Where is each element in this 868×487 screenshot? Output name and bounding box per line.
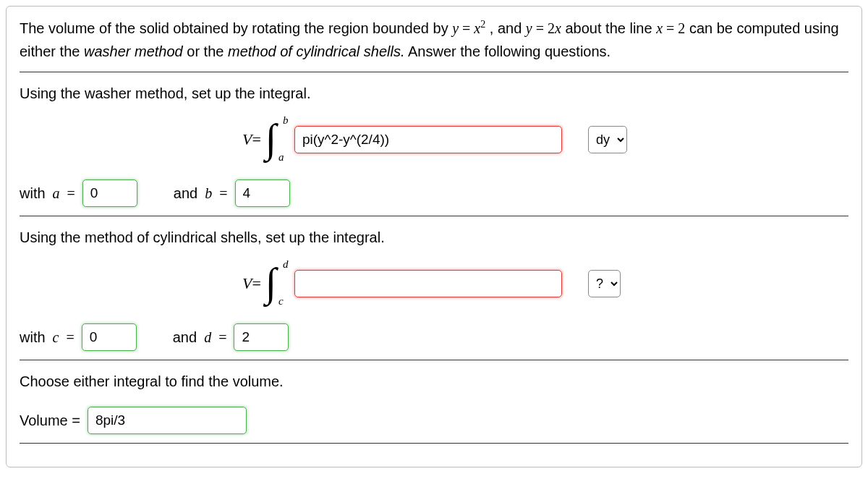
math-var: y [526,20,532,36]
text: with [20,329,46,346]
equals: = [66,329,74,346]
divider [20,443,848,444]
divider [20,360,848,360]
math-num: 2 [548,20,555,36]
volume-row: Volume = [20,407,848,434]
text: The volume of the solid obtained by rota… [20,20,452,36]
text: about the line [565,20,656,36]
equals: = [252,274,260,293]
washer-differential-select[interactable]: dy [588,126,627,153]
divider [20,72,848,72]
math-var: x [555,20,561,36]
limit-a-symbol: a [53,185,60,202]
math-op: = [663,20,678,36]
shells-limits-row: with c = and d = [20,323,848,351]
limit-d-symbol: d [204,329,211,346]
limit-b-symbol: b [205,185,212,202]
washer-heading: Using the washer method, set up the inte… [20,82,848,104]
upper-limit: b [283,114,289,127]
limit-b-input[interactable] [235,179,290,207]
shells-heading: Using the method of cylindrical shells, … [20,226,848,248]
washer-integral-row: V = ∫ b a dy [20,119,848,161]
math-var: x [656,20,663,36]
shells-integral-row: V = ∫ d c ? [20,263,848,305]
text: or the [187,43,228,59]
washer-integrand-input[interactable] [294,126,562,153]
math-exp: 2 [480,19,485,30]
method-washer-label: washer method [84,43,183,59]
volume-label: Volume = [20,412,80,429]
volume-symbol: V [242,130,252,149]
equals: = [219,185,227,202]
lower-limit: c [278,295,284,308]
equals: = [67,185,75,202]
text: and [174,185,197,202]
math-var: y [452,20,459,36]
math-op: = [459,20,474,36]
math-num: 2 [678,20,685,36]
limit-c-input[interactable] [82,323,137,351]
problem-statement: The volume of the solid obtained by rota… [20,17,848,63]
lower-limit: a [278,151,284,164]
volume-symbol: V [242,274,252,293]
text: and [173,329,197,346]
limit-a-input[interactable] [82,179,137,207]
math-var: x [474,20,480,36]
washer-limits-row: with a = and b = [20,179,848,207]
limit-d-input[interactable] [234,323,289,351]
upper-limit: d [283,258,289,271]
integral-symbol: ∫ d c [265,263,286,305]
volume-heading: Choose either integral to find the volum… [20,370,848,392]
text: Answer the following questions. [408,43,610,59]
method-shells-label: method of cylindrical shells. [228,43,405,59]
question-panel: The volume of the solid obtained by rota… [6,6,862,467]
math-op: = [532,20,548,36]
text: with [20,185,46,202]
integral-symbol: ∫ b a [265,119,286,161]
shells-integrand-input[interactable] [294,270,562,297]
text: , and [490,20,526,36]
volume-input[interactable] [88,407,247,434]
divider [20,216,848,216]
shells-differential-select[interactable]: ? [588,270,621,297]
equals: = [252,130,260,149]
equals: = [218,329,226,346]
limit-c-symbol: c [53,329,59,346]
